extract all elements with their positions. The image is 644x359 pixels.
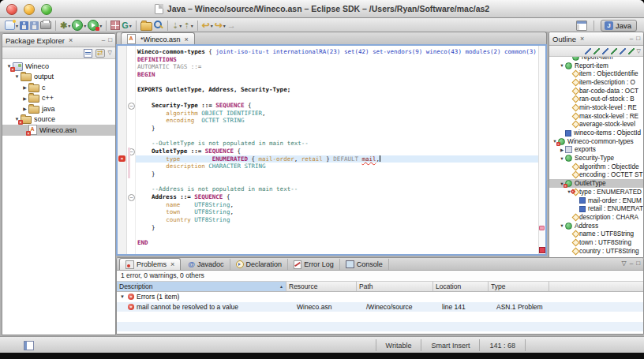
code-line[interactable]: END bbox=[137, 239, 538, 247]
code-line[interactable]: name UTF8String, bbox=[137, 201, 538, 209]
code-line[interactable]: --OutletType is not populated in main te… bbox=[137, 140, 538, 148]
collapse-all-icon[interactable] bbox=[84, 49, 92, 58]
code-line[interactable]: country UTF8String bbox=[137, 216, 538, 224]
dropdown-arrow-icon[interactable]: ▾ bbox=[129, 23, 132, 28]
outline-item-address[interactable]: ▼Address bbox=[549, 222, 643, 230]
outline-item-description[interactable]: description : CHARA bbox=[549, 213, 643, 222]
outline-item-outlettype[interactable]: ▼OutletType bbox=[549, 179, 643, 188]
hide-nonpublic-icon[interactable] bbox=[620, 48, 626, 54]
minimize-view-icon[interactable]: – bbox=[630, 36, 633, 42]
code-line[interactable]: AUTOMATIC TAGS ::= bbox=[137, 63, 538, 71]
dropdown-arrow-icon[interactable]: ▾ bbox=[16, 23, 18, 28]
sort-icon[interactable] bbox=[585, 48, 591, 54]
view-menu-icon[interactable]: ▽ bbox=[637, 48, 641, 54]
tab-problems[interactable]: Problems× bbox=[119, 258, 181, 270]
run-button[interactable]: ▾ bbox=[72, 20, 86, 32]
tree-item-java[interactable]: ▶java bbox=[2, 103, 115, 114]
outline-item-wineco-common-types[interactable]: ▼Wineco-common-types bbox=[549, 137, 643, 146]
hide-static-icon[interactable] bbox=[611, 48, 617, 54]
tree-item-wineco[interactable]: ▼Wineco bbox=[2, 61, 115, 72]
tab-error-log[interactable]: Error Log bbox=[288, 259, 340, 270]
dropdown-arrow-icon[interactable]: ▾ bbox=[191, 23, 193, 28]
expand-arrow-icon[interactable]: ▼ bbox=[13, 74, 21, 79]
annotation-ruler[interactable] bbox=[118, 46, 127, 254]
tab-declaration[interactable]: Declaration bbox=[230, 259, 289, 270]
outline-tab[interactable]: Outline × bbox=[552, 35, 584, 43]
outline-item-item-description[interactable]: item-description : O bbox=[549, 78, 643, 87]
outline-item-bar-code-data[interactable]: bar-code-data : OCT bbox=[549, 87, 643, 95]
outline-item-mail-order[interactable]: mail-order : ENUM bbox=[549, 196, 643, 205]
new-java-project-button[interactable] bbox=[110, 20, 120, 32]
last-edit-location-button[interactable]: → bbox=[227, 20, 236, 32]
code-line[interactable]: OutletType ::= SEQUENCE { bbox=[137, 148, 538, 155]
code-line[interactable]: description CHARACTER STRING bbox=[137, 163, 538, 170]
run-coverage-button[interactable]: ▾ bbox=[88, 20, 102, 32]
code-line[interactable] bbox=[137, 79, 538, 87]
code-line[interactable] bbox=[137, 94, 538, 102]
outline-item-security-type[interactable]: ▼Security-Type bbox=[549, 154, 643, 163]
code-line[interactable]: Address ::= SEQUENCE { bbox=[137, 193, 538, 201]
expand-arrow-icon[interactable]: ▼ bbox=[559, 223, 565, 228]
dropdown-arrow-icon[interactable]: ▾ bbox=[223, 23, 226, 28]
code-line[interactable] bbox=[137, 178, 538, 186]
code-line[interactable]: town UTF8String, bbox=[137, 208, 538, 216]
column-header-path[interactable]: Path bbox=[357, 282, 433, 291]
code-line[interactable]: EXPORTS OutletType, Address, Security-Ty… bbox=[137, 86, 538, 94]
code-line[interactable]: Wineco-common-types { joint-iso-itu-t in… bbox=[137, 48, 538, 56]
tree-item-c-[interactable]: ▶c++ bbox=[2, 93, 115, 104]
outline-item-retail[interactable]: retail : ENUMERAT bbox=[549, 204, 643, 213]
code-line[interactable] bbox=[137, 232, 538, 240]
expand-arrow-icon[interactable]: ▶ bbox=[21, 84, 28, 90]
maximize-view-icon[interactable]: □ bbox=[636, 36, 640, 42]
dropdown-arrow-icon[interactable]: ▾ bbox=[68, 23, 70, 28]
folding-ruler[interactable]: ––– bbox=[127, 46, 136, 254]
code-line[interactable]: type ENUMERATED { mail-order, retail } D… bbox=[136, 155, 538, 163]
code-line[interactable] bbox=[137, 133, 538, 140]
expand-arrow-icon[interactable]: ▼ bbox=[559, 63, 565, 68]
overview-error-marker[interactable] bbox=[539, 247, 545, 253]
code-area[interactable]: Wineco-common-types { joint-iso-itu-t in… bbox=[136, 46, 538, 254]
search-button[interactable] bbox=[154, 20, 163, 32]
editor-tab-wineco-asn[interactable]: *Wineco.asn × bbox=[121, 32, 195, 45]
filter-icon[interactable] bbox=[593, 48, 600, 54]
outline-item-max-stock-level[interactable]: max-stock-level : RE bbox=[549, 112, 643, 121]
outline-item-algorithm[interactable]: algorithm : ObjectIde bbox=[549, 163, 643, 171]
dropdown-arrow-icon[interactable]: ▾ bbox=[211, 23, 213, 28]
close-icon[interactable]: × bbox=[580, 35, 584, 43]
outline-item-ran-out-of-stock[interactable]: ran-out-of-stock : B bbox=[549, 95, 643, 103]
expand-arrow-icon[interactable]: ▶ bbox=[21, 95, 28, 101]
code-line[interactable]: } bbox=[137, 125, 538, 133]
code-line[interactable]: algorithm OBJECT IDENTIFIER, bbox=[137, 110, 538, 118]
print-button[interactable] bbox=[40, 20, 51, 32]
problems-group-row[interactable]: ▼Errors (1 item) bbox=[117, 292, 643, 302]
outline-item-exports[interactable]: ▶exports bbox=[549, 146, 643, 155]
generate-button[interactable]: G▾ bbox=[122, 20, 132, 32]
minimize-view-icon[interactable]: – bbox=[102, 37, 105, 43]
view-menu-icon[interactable]: ▽ bbox=[622, 260, 627, 267]
outline-item-item[interactable]: item : ObjectIdentifie bbox=[549, 69, 643, 78]
maximize-view-icon[interactable]: □ bbox=[636, 260, 640, 267]
next-annotation-button[interactable]: ⇣▾ bbox=[172, 20, 182, 32]
view-menu-icon[interactable]: ▽ bbox=[108, 50, 112, 56]
code-line[interactable]: } bbox=[137, 170, 538, 178]
minimize-view-icon[interactable]: – bbox=[630, 260, 633, 267]
package-explorer-tab[interactable]: Package Explorer × bbox=[6, 36, 73, 45]
tab-javadoc[interactable]: @Javadoc bbox=[182, 259, 230, 270]
close-icon[interactable]: × bbox=[69, 36, 73, 44]
save-all-button[interactable] bbox=[30, 20, 39, 32]
tree-item-c[interactable]: ▶c bbox=[2, 82, 115, 93]
column-header-type[interactable]: Type bbox=[489, 282, 549, 291]
previous-annotation-button[interactable]: ⇡▾ bbox=[183, 20, 193, 32]
tree-item-wineco-asn[interactable]: Wineco.asn bbox=[2, 125, 115, 136]
hide-local-icon[interactable] bbox=[628, 48, 635, 54]
link-with-editor-icon[interactable]: ⇄ bbox=[95, 49, 105, 58]
back-button[interactable]: ↩▾ bbox=[202, 20, 213, 32]
outline-item-town[interactable]: town : UTF8String bbox=[549, 238, 643, 247]
problems-error-row[interactable]: mail cannot be resolved to a valueWineco… bbox=[117, 302, 643, 312]
open-perspective-icon[interactable] bbox=[576, 21, 587, 31]
fold-marker-icon[interactable]: – bbox=[128, 103, 135, 110]
open-task-button[interactable] bbox=[140, 20, 152, 32]
java-perspective-button[interactable]: J Java bbox=[601, 20, 637, 32]
error-marker-icon[interactable] bbox=[118, 155, 125, 162]
title-bar[interactable]: Java – Wineco/source/Wineco.asn – Eclips… bbox=[0, 0, 644, 18]
